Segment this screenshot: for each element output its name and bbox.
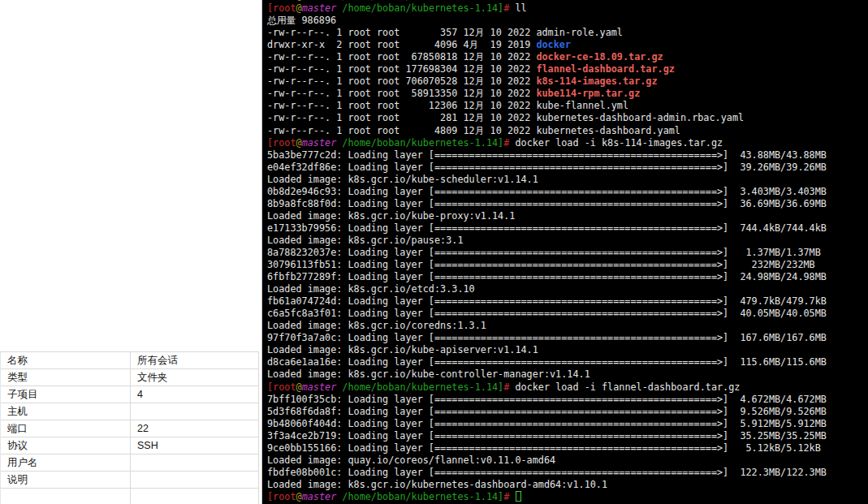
- text-segment: k8s-114-images.tar.gz: [536, 75, 657, 87]
- text-segment: master: [302, 137, 337, 149]
- property-label: 类型: [1, 369, 131, 386]
- text-segment: fbdfe08b001c: Loading layer [===========…: [267, 467, 827, 478]
- terminal-line: 30796113fb51: Loading layer [===========…: [267, 259, 868, 271]
- terminal-line: Loaded image: k8s.gcr.io/kube-scheduler:…: [267, 174, 868, 186]
- text-segment: 0b8d2e946c93: Loading layer [===========…: [267, 186, 827, 197]
- property-label: [1, 489, 131, 504]
- text-segment: [root: [267, 491, 296, 502]
- property-row: [1, 489, 259, 504]
- property-value: 文件夹: [131, 369, 259, 386]
- text-segment: Loaded image: k8s.gcr.io/coredns:1.3.1: [267, 320, 486, 331]
- property-row: 说明: [1, 472, 259, 489]
- text-segment: #: [503, 2, 515, 14]
- session-properties-panel: 名称所有会话类型文件夹子项目4主机端口22协议SSH用户名说明: [0, 0, 262, 504]
- text-segment: 3f3a4ce2b719: Loading layer [===========…: [267, 430, 827, 442]
- text-segment: /home/boban/kubernetes-1.14]: [336, 381, 503, 393]
- property-value: 所有会话: [131, 352, 259, 368]
- property-value: [131, 454, 259, 471]
- text-segment: docker load -i flannel-dashboard.tar.gz: [515, 381, 740, 393]
- terminal-line: -rw-r--r--. 1 root root 281 12月 10 2022 …: [267, 112, 868, 124]
- text-segment: 6fbfb277289f: Loading layer [===========…: [267, 271, 827, 282]
- terminal-line: -rw-r--r--. 1 root root 357 12月 10 2022 …: [267, 27, 868, 39]
- terminal-line: e04ef32df86e: Loading layer [===========…: [267, 162, 868, 174]
- terminal[interactable]: [root@master /home/boban/kubernetes-1.14…: [262, 0, 868, 504]
- property-row: 子项目4: [1, 386, 259, 403]
- terminal-line: Loaded image: k8s.gcr.io/etcd:3.3.10: [267, 283, 868, 295]
- text-segment: Loaded image: k8s.gcr.io/kube-apiserver:…: [267, 344, 538, 355]
- text-segment: #: [503, 137, 515, 149]
- terminal-cursor: [516, 491, 521, 502]
- text-segment: 8a788232037e: Loading layer [===========…: [267, 247, 821, 258]
- text-segment: e17133b79956: Loading layer [===========…: [267, 222, 827, 234]
- text-segment: /home/boban/kubernetes-1.14]: [336, 137, 503, 149]
- text-segment: drwxr-xr-x 2 root root 4096 4月 19 2019: [267, 39, 536, 50]
- property-row: 端口22: [1, 420, 259, 437]
- property-row: 主机: [1, 403, 259, 420]
- text-segment: [root: [267, 2, 296, 14]
- property-value: [131, 489, 259, 504]
- terminal-line: 7bff100f35cb: Loading layer [===========…: [267, 394, 868, 406]
- text-segment: 5d3f68f6da8f: Loading layer [===========…: [267, 406, 827, 417]
- text-segment: [root: [267, 137, 296, 149]
- text-segment: Loaded image: k8s.gcr.io/kube-scheduler:…: [267, 174, 538, 185]
- text-segment: Loaded image: k8s.gcr.io/etcd:3.3.10: [267, 283, 475, 295]
- property-label: 子项目: [1, 386, 131, 403]
- terminal-line: -rw-r--r--. 1 root root 58913350 12月 10 …: [267, 88, 868, 100]
- terminal-line: fb61a074724d: Loading layer [===========…: [267, 295, 868, 308]
- terminal-line: -rw-r--r--. 1 root root 177698304 12月 10…: [267, 63, 868, 75]
- text-segment: docker-ce-18.09.tar.gz: [536, 51, 663, 62]
- text-segment: 总用量 986896: [267, 15, 336, 26]
- text-segment: 8b9a8fc88f0d: Loading layer [===========…: [267, 198, 827, 209]
- text-segment: Loaded image: k8s.gcr.io/pause:3.1: [267, 235, 463, 246]
- property-label: 主机: [1, 403, 131, 420]
- terminal-prompt-line: [root@master /home/boban/kubernetes-1.14…: [267, 2, 868, 15]
- text-segment: fb61a074724d: Loading layer [===========…: [267, 295, 827, 307]
- property-label: 协议: [1, 437, 131, 454]
- property-row: 类型文件夹: [1, 369, 259, 386]
- text-segment: 30796113fb51: Loading layer [===========…: [267, 259, 815, 270]
- terminal-line: 总用量 986896: [267, 15, 868, 27]
- text-segment: Loaded image: k8s.gcr.io/kubernetes-dash…: [267, 479, 607, 490]
- property-value: 4: [131, 386, 259, 403]
- terminal-prompt-line: [root@master /home/boban/kubernetes-1.14…: [267, 491, 868, 503]
- text-segment: -rw-r--r--. 1 root root 706070528 12月 10…: [267, 75, 536, 87]
- terminal-line: 97f70f3a7a0c: Loading layer [===========…: [267, 332, 868, 344]
- text-segment: 9b48060f404d: Loading layer [===========…: [267, 418, 827, 429]
- text-segment: /home/boban/kubernetes-1.14]: [336, 2, 503, 14]
- property-label: 端口: [1, 420, 131, 437]
- text-segment: /home/boban/kubernetes-1.14]: [336, 0, 503, 2]
- text-segment: 5ba3be777c2d: Loading layer [===========…: [267, 149, 827, 161]
- text-segment: -rw-r--r--. 1 root root 12306 12月 10 202…: [267, 100, 628, 111]
- text-segment: 7bff100f35cb: Loading layer [===========…: [267, 394, 827, 405]
- terminal-line: 6fbfb277289f: Loading layer [===========…: [267, 271, 868, 283]
- text-segment: master: [302, 0, 337, 2]
- text-segment: -rw-r--r--. 1 root root 4809 12月 10 2022…: [267, 125, 680, 136]
- text-segment: flannel-dashboard.tar.gz: [536, 63, 674, 75]
- text-segment: c6a5fc8a3f01: Loading layer [===========…: [267, 308, 827, 319]
- terminal-prompt-line: [root@master /home/boban/kubernetes-1.14…: [267, 381, 868, 394]
- text-segment: master: [302, 381, 337, 393]
- terminal-line: Loaded image: quay.io/coreos/flannel:v0.…: [267, 454, 868, 467]
- terminal-line: d8ca6e1aa16e: Loading layer [===========…: [267, 356, 868, 368]
- terminal-line: Loaded image: k8s.gcr.io/coredns:1.3.1: [267, 320, 868, 332]
- text-segment: #: [503, 381, 515, 393]
- terminal-line: 0b8d2e946c93: Loading layer [===========…: [267, 186, 868, 198]
- text-segment: d8ca6e1aa16e: Loading layer [===========…: [267, 356, 827, 368]
- property-label: 说明: [1, 472, 131, 488]
- terminal-line: e17133b79956: Loading layer [===========…: [267, 222, 868, 235]
- property-value: SSH: [131, 437, 259, 454]
- terminal-prompt-line: [root@master /home/boban/kubernetes-1.14…: [267, 137, 868, 149]
- terminal-line: -rw-r--r--. 1 root root 67850818 12月 10 …: [267, 51, 868, 63]
- property-row: 用户名: [1, 454, 259, 472]
- text-segment: -rw-r--r--. 1 root root 177698304 12月 10…: [267, 63, 536, 75]
- terminal-line: 5d3f68f6da8f: Loading layer [===========…: [267, 406, 868, 418]
- text-segment: #: [503, 491, 515, 502]
- property-value: [131, 403, 259, 420]
- text-segment: docker load -i k8s-114-images.tar.gz: [515, 137, 723, 149]
- terminal-line: Loaded image: k8s.gcr.io/pause:3.1: [267, 235, 868, 247]
- terminal-line: -rw-r--r--. 1 root root 4809 12月 10 2022…: [267, 125, 868, 137]
- text-segment: @: [296, 491, 302, 502]
- terminal-line: 8a788232037e: Loading layer [===========…: [267, 247, 868, 259]
- text-segment: 9ce0bb155166: Loading layer [===========…: [267, 442, 821, 454]
- ssh-client-window: 名称所有会话类型文件夹子项目4主机端口22协议SSH用户名说明 [root@ma…: [0, 0, 868, 504]
